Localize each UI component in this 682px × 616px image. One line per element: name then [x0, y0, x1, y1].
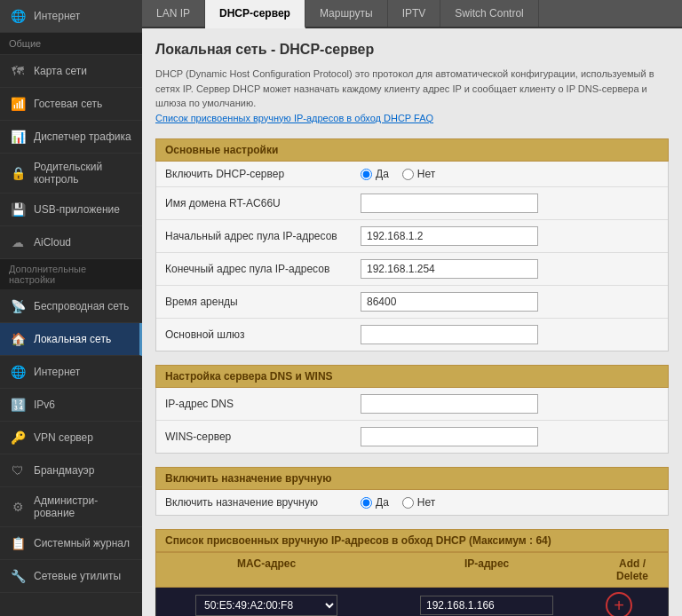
field-value [361, 394, 659, 414]
dns-header: Настройка сервера DNS и WINS [155, 365, 669, 388]
sidebar-icon: 🔑 [9, 429, 27, 446]
sidebar-item-гостевая-сеть[interactable]: 📶Гостевая сеть [0, 88, 142, 121]
field-label: Начальный адрес пула IP-адресов [165, 230, 361, 242]
text-input[interactable] [361, 193, 538, 213]
content-area: Локальная сеть - DHCP-сервер DHCP (Dynam… [142, 28, 682, 616]
field-value [361, 259, 659, 279]
field-row: Имя домена RT-AC66U [156, 187, 668, 220]
sidebar-group: Общие [0, 33, 142, 55]
add-button[interactable]: + [606, 592, 632, 616]
radio-input[interactable] [361, 169, 372, 180]
sidebar-icon: 🏠 [9, 330, 27, 348]
tab-dhcp-сервер[interactable]: DHCP-сервер [205, 0, 305, 28]
sidebar-item-карта-сети[interactable]: 🗺Карта сети [0, 55, 142, 88]
manual-header: Включить назначение вручную [155, 467, 669, 490]
ip-cell[interactable] [377, 591, 597, 616]
field-row: WINS-сервер [156, 421, 668, 453]
field-label: Конечный адрес пула IP-адресов [165, 263, 361, 275]
sidebar-item-диспетчер-трафика[interactable]: 📊Диспетчер трафика [0, 121, 142, 154]
sidebar-icon: 📡 [9, 297, 27, 315]
sidebar-label: Карта сети [34, 65, 87, 77]
tab-switch-control[interactable]: Switch Control [440, 0, 538, 27]
sidebar-label: AiCloud [34, 236, 71, 249]
sidebar-label: Администри-рование [34, 494, 133, 519]
field-label: IP-адрес DNS [165, 398, 361, 410]
sidebar-item-системный-журнал[interactable]: 📋Системный журнал [0, 527, 142, 560]
sidebar-item-vpn-сервер[interactable]: 🔑VPN сервер [0, 422, 142, 454]
text-input[interactable] [361, 325, 538, 344]
sidebar-label: USB-приложение [34, 203, 120, 216]
field-value [361, 193, 659, 213]
sidebar-icon: ☁ [9, 233, 27, 251]
radio-option[interactable]: Нет [402, 496, 435, 509]
field-label: WINS-сервер [165, 430, 361, 443]
col-mac: MAC-адрес [156, 553, 377, 587]
col-ip: IP-адрес [377, 553, 597, 587]
sidebar-icon: 🗺 [9, 62, 27, 80]
tab-lan-ip[interactable]: LAN IP [142, 0, 205, 27]
sidebar-item-родительский-контроль[interactable]: 🔒Родительский контроль [0, 154, 142, 193]
radio-input[interactable] [361, 497, 372, 509]
dns-content: IP-адрес DNSWINS-сервер [155, 388, 669, 454]
basic-settings-content: Включить DHCP-сервер Да НетИмя домена RT… [155, 162, 669, 351]
table-header: Список присвоенных вручную IP-адресов в … [155, 529, 669, 552]
sidebar-item-администри-рование[interactable]: ⚙Администри-рование [0, 487, 142, 527]
main-content: LAN IPDHCP-серверМаршрутыIPTVSwitch Cont… [142, 0, 682, 616]
sidebar-label: VPN сервер [34, 431, 93, 444]
sidebar-subgroup: Дополнительные настройки [0, 259, 142, 290]
sidebar-item-сетевые-утилиты[interactable]: 🔧Сетевые утилиты [0, 560, 142, 593]
sidebar-icon: 🔧 [9, 567, 27, 585]
radio-option[interactable]: Да [361, 168, 389, 180]
sidebar-label: Сетевые утилиты [34, 570, 121, 582]
manual-content: Включить назначение вручную Да Нет [155, 490, 669, 516]
sidebar-item-локальная-сеть[interactable]: 🏠Локальная сеть [0, 323, 142, 356]
sidebar-label: IPv6 [34, 399, 55, 411]
sidebar-label: Диспетчер трафика [34, 130, 131, 143]
text-input[interactable] [361, 292, 538, 312]
sidebar-label: Интернет [34, 10, 80, 22]
text-input[interactable] [361, 427, 538, 446]
field-label: Время аренды [165, 296, 361, 308]
field-row: Включить DHCP-сервер Да Нет [156, 162, 668, 187]
sidebar-item-беспроводная-сеть[interactable]: 📡Беспроводная сеть [0, 290, 142, 323]
mac-cell[interactable]: 50:E5:49:A2:00:F8 [156, 590, 377, 616]
sidebar-icon: 📋 [9, 534, 27, 552]
sidebar-item-aicloud[interactable]: ☁AiCloud [0, 226, 142, 259]
ip-input[interactable] [420, 596, 553, 615]
field-value [361, 226, 659, 246]
add-delete-cell[interactable]: + [597, 588, 668, 616]
radio-option[interactable]: Нет [402, 168, 435, 180]
radio-option[interactable]: Да [361, 496, 389, 509]
sidebar-item-интернет[interactable]: 🌐Интернет [0, 356, 142, 389]
tab-iptv[interactable]: IPTV [388, 0, 441, 27]
tab-маршруты[interactable]: Маршруты [305, 0, 388, 27]
sidebar-label: Локальная сеть [34, 333, 111, 345]
text-input[interactable] [361, 226, 538, 246]
sidebar-label: Гостевая сеть [34, 98, 102, 110]
sidebar-label: Брандмауэр [34, 464, 94, 477]
sidebar-icon: 💾 [9, 201, 27, 218]
sidebar-item-usb-приложение[interactable]: 💾USB-приложение [0, 193, 142, 226]
sidebar-label: Родительский контроль [34, 161, 133, 186]
mac-select[interactable]: 50:E5:49:A2:00:F8 [195, 595, 337, 616]
sidebar-item-интернет[interactable]: 🌐Интернет [0, 0, 142, 33]
field-label: Включить DHCP-сервер [165, 168, 361, 180]
field-row: Основной шлюз [156, 319, 668, 351]
field-row: Начальный адрес пула IP-адресов [156, 220, 668, 253]
text-input[interactable] [361, 259, 538, 279]
sidebar-icon: 📶 [9, 95, 27, 113]
field-row: IP-адрес DNS [156, 388, 668, 421]
basic-settings-section: Основные настройки Включить DHCP-сервер … [155, 138, 669, 351]
sidebar-icon: 🔢 [9, 396, 27, 414]
sidebar-item-ipv6[interactable]: 🔢IPv6 [0, 389, 142, 422]
field-row: Время аренды [156, 286, 668, 319]
field-label: Включить назначение вручную [165, 496, 361, 509]
sidebar-label: Беспроводная сеть [34, 300, 129, 312]
radio-input[interactable] [402, 497, 414, 509]
field-value [361, 292, 659, 312]
sidebar-item-брандмауэр[interactable]: 🛡Брандмауэр [0, 454, 142, 487]
text-input[interactable] [361, 394, 538, 414]
radio-input[interactable] [402, 169, 414, 180]
sidebar-icon: 🛡 [9, 462, 27, 479]
faq-link[interactable]: Список присвоенных вручную IP-адресов в … [155, 113, 433, 123]
